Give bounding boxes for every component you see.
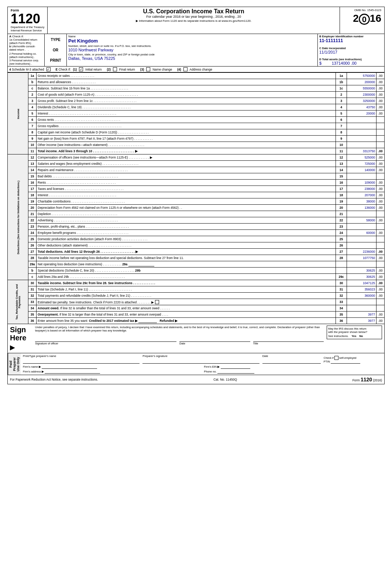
firms-name-label: Firm's name ▶ [23,365,41,368]
ptin-label: PTIN [324,360,330,363]
ded-18: 18 Interest . . . . . . . . . . . . . . … [8,192,385,198]
calendar-line: For calendar year 2016 or tax year begin… [50,15,337,18]
form-table: Income 1a Gross receipts or sales . . . … [7,72,385,324]
no-label: No [359,334,363,338]
name-label: Name [68,35,316,38]
main-title: U.S. Corporation Income Tax Return [50,8,337,15]
check-a-label: A Check if: 1a Consolidated return (atta… [8,34,45,66]
company-address: 1010 Northwest Parkway [68,48,316,52]
income-6: 6 Gross rents . . . . . . . . . . . . . … [8,117,385,123]
income-1c: c Balance. Subtract line 1b from line 1a… [8,85,385,92]
title-label: Title [253,342,324,345]
omb-text: OMB No. 1545-0123 [343,8,381,12]
print-name-label: Print/Type preparer's name [23,354,140,358]
date-label: Date [179,342,250,345]
income-9: 9 Net gain or (loss) from Form 4797, Par… [8,136,385,142]
info-line: ▶ Information about Form 1120 and its se… [50,19,337,23]
income-1a: Income 1a Gross receipts or sales . . . … [8,73,385,79]
tax-36: 36 Enter amount from line 35 you want: C… [8,318,385,324]
firms-address-label: Firm's address ▶ [23,370,44,373]
preparer-label: Preparer [13,357,16,371]
preparer-section: Paid Preparer Use Only Print/Type prepar… [7,353,385,375]
ded-15: 15 Bad debts . . . . . . . . . . . . . .… [8,173,385,180]
with-preparer-text: with the preparer shown below? [328,330,381,334]
deductions-section-label: Deductions (See instructions for limitat… [8,154,28,280]
see-instructions: See instructions. [328,334,348,338]
cat-no: Cat. No. 11450Q [213,378,237,381]
city-label: City or town, state, or province, countr… [68,53,316,56]
type-label: TYPE [51,38,60,42]
tax-33: 33 Estimated tax penalty. See instructio… [8,299,385,305]
income-2: 2 Cost of goods sold (attach Form 1125-A… [8,92,385,98]
ded-14: 14 Repairs and maintenance . . . . . . .… [8,167,385,173]
income-1b: b Returns and allowances . . . . . . . .… [8,79,385,85]
sign-label: SignHere [10,326,32,342]
form-footer: Form 1120 (2016) [353,377,382,382]
check-label: Check [324,356,331,360]
ded-23: 23 Pension, profit-sharing, etc., plans … [8,224,385,230]
tax-32: 32 Total payments and refundable credits… [8,293,385,299]
income-11: 11 Total income. Add lines 3 through 10 … [8,148,385,154]
income-8: 8 Capital gain net income (attach Schedu… [8,129,385,136]
yes-label: Yes [351,334,356,338]
sig-label: Signature of officer [35,342,176,345]
ded-13: 13 Salaries and wages (less employment c… [8,161,385,167]
ded-17: 17 Taxes and licenses . . . . . . . . . … [8,186,385,192]
address-label: Number, street, and room or suite no. If… [68,44,316,48]
ded-24: 24 Employee benefit programs . . . . . .… [8,230,385,236]
income-10: 10 Other income (see instructions—attach… [8,142,385,148]
schedule-row: 4 Schedule M-3 attached ✓ E Check if: (1… [7,67,385,72]
income-4: 4 Dividends (Schedule C, line 19) . . . … [8,104,385,110]
tax-34: 34 Amount owed. If line 32 is smaller th… [8,305,385,312]
dept-line2: Internal Revenue Service [11,29,44,32]
b-label: B Employer identification number [319,35,383,38]
ded-27: 27 Total deductions. Add lines 12 throug… [8,249,385,255]
header-right: OMB No. 1545-0123 2016 [340,7,384,34]
income-5: 5 Interest . . . . . . . . . . . . . . .… [8,110,385,117]
or-label: OR [53,48,58,52]
use-only-label: Use Only [16,357,20,371]
ded-12: Deductions (See instructions for limitat… [8,154,385,161]
company-assets: $ 13714000 .00 [319,61,383,65]
arrow-icon: ▶ [10,343,32,351]
preparer-date-label: Date [262,354,321,358]
sig-line [35,334,176,342]
company-ein: 11-1111111 [319,38,383,43]
header-center: U.S. Corporation Income Tax Return For c… [48,7,340,34]
preparer-sig-label: Preparer's signature [142,354,259,358]
ded-29b: b Special deductions (Schedule C, line 2… [8,268,385,274]
company-city: Dallas, Texas, USA 75225 [68,56,316,61]
if-label: if [332,356,334,360]
company-date-inc: 11/1/2017 [319,50,383,54]
sign-section: SignHere ▶ Under penalties of perjury, I… [7,324,385,353]
ded-29c: c Add lines 29a and 29b . . . . . . . . … [8,274,385,280]
ded-29a: 29a Net operating loss deduction (see in… [8,261,385,268]
firms-ein-label: Firm's EIN ▶ [204,365,220,368]
ded-19: 19 Charitable contributions . . . . . . … [8,198,385,205]
ded-21: 21 Depletion . . . . . . . . . . . . . .… [8,211,385,217]
ded-22: 22 Advertising . . . . . . . . . . . . .… [8,217,385,224]
tax-section-label: Tax, Refundable Credits, and Payments [8,280,28,324]
ded-20: 20 Depreciation from Form 4562 not claim… [8,205,385,211]
d-label: D Total assets (see instructions) [319,58,383,61]
check-box-self [334,356,338,360]
c-label: C Date incorporated [319,47,383,50]
tax-30: Tax, Refundable Credits, and Payments 30… [8,280,385,286]
paperwork-text: For Paperwork Reduction Act Notice, see … [10,378,98,381]
paid-label: Paid [9,361,13,368]
ded-25: 25 Domestic production activities deduct… [8,236,385,242]
print-label: PRINT [50,58,61,62]
self-employed-label: self-employed [339,356,357,360]
ded-28: 28 Taxable income before net operating l… [8,255,385,261]
footer: For Paperwork Reduction Act Notice, see … [7,375,385,384]
ded-16: 16 Rents . . . . . . . . . . . . . . . .… [8,180,385,186]
company-name: Pet Kingdom [68,38,316,44]
income-7: 7 Gross royalties . . . . . . . . . . . … [8,123,385,129]
form-number: 1120 [11,12,44,25]
income-section-label: Income [8,73,28,154]
perjury-text: Under penalties of perjury, I declare th… [35,326,324,332]
ded-26: 26 Other deductions (attach statement) .… [8,242,385,249]
tax-35: 35 Overpayment. If line 32 is larger tha… [8,312,385,318]
income-3: 3 Gross profit. Subtract line 2 from lin… [8,98,385,104]
tax-31: 31 Total tax (Schedule J, Part I, line 1… [8,286,385,293]
